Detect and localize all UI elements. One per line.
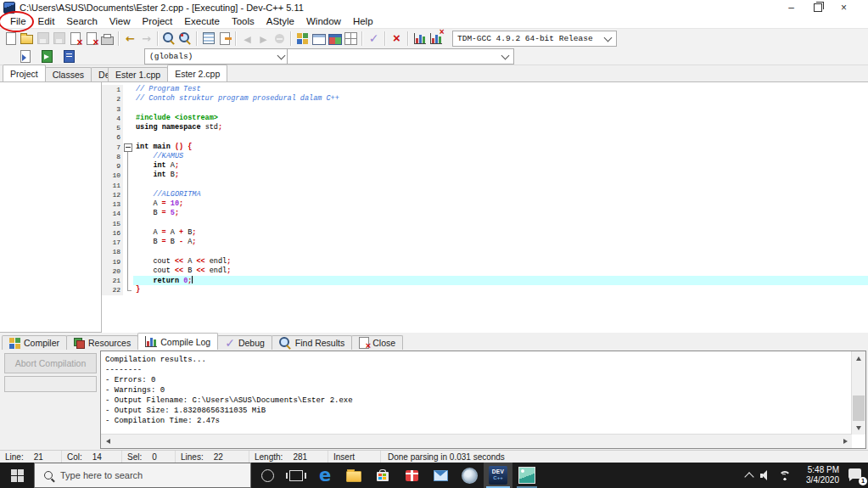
code-text: //KAMUS: [133, 152, 868, 161]
browser-icon: [462, 468, 478, 484]
rebuild-all-button[interactable]: [343, 31, 359, 47]
menu-item-window[interactable]: Window: [300, 15, 347, 28]
line-number: 4: [102, 114, 123, 123]
scroll-up-button[interactable]: [852, 351, 865, 365]
goto-declaration-button[interactable]: [17, 48, 33, 65]
class-browser-button[interactable]: [61, 48, 77, 65]
taskbar-clock[interactable]: 5:48 PM 3/4/2020: [798, 465, 839, 486]
menu-item-edit[interactable]: Edit: [32, 15, 61, 28]
undo-button[interactable]: [122, 31, 138, 47]
tray-volume-button[interactable]: [760, 470, 771, 480]
code-line: 11: [102, 181, 868, 190]
minimize-button[interactable]: –: [778, 0, 804, 15]
menu-item-search[interactable]: Search: [60, 15, 103, 28]
menu-item-tools[interactable]: Tools: [226, 15, 260, 28]
print-button[interactable]: [99, 31, 115, 47]
code-line: 20 cout << B << endl;: [102, 266, 868, 276]
taskbar-search-input[interactable]: Type here to search: [34, 463, 251, 488]
file-tab-ester-1-cpp[interactable]: Ester 1.cpp: [108, 67, 168, 81]
tray-chevron-up-button[interactable]: [746, 471, 753, 480]
scrollbar-thumb[interactable]: [853, 395, 865, 421]
taskbar-app-photos[interactable]: [512, 463, 541, 488]
abort-button[interactable]: [389, 31, 405, 47]
status-col: Col:14: [62, 451, 122, 463]
close-file-button[interactable]: [67, 31, 83, 47]
vertical-scrollbar[interactable]: [851, 351, 865, 435]
taskbar-app-mail[interactable]: [426, 463, 455, 488]
taskbar-app-store[interactable]: [368, 463, 397, 488]
close-button[interactable]: ×: [831, 0, 857, 15]
save-button[interactable]: [35, 31, 51, 47]
bottom-tab-compiler[interactable]: Compiler: [2, 335, 67, 350]
open-file-button[interactable]: [19, 31, 35, 47]
compile-and-run-button[interactable]: [327, 31, 343, 47]
taskbar-app-gift[interactable]: [397, 463, 426, 488]
panel-tab-project[interactable]: Project: [3, 65, 46, 81]
network-icon: [779, 471, 791, 480]
code-line: 4#include <iostream>: [102, 114, 868, 123]
bottom-tab-compile-log[interactable]: Compile Log: [137, 333, 218, 350]
compiler-select[interactable]: TDM-GCC 4.9.2 64-bit Release: [452, 31, 617, 47]
fold-margin: [123, 132, 133, 142]
bottom-tab-resources[interactable]: Resources: [66, 335, 138, 350]
profile-button[interactable]: [412, 31, 428, 47]
project-tree[interactable]: [0, 81, 102, 333]
run-button[interactable]: [311, 31, 327, 47]
taskbar-app-cortana[interactable]: [253, 463, 282, 488]
taskbar-app-task-view[interactable]: [282, 463, 311, 488]
bottom-tab-find-results[interactable]: Find Results: [272, 335, 352, 350]
taskbar-app-browser[interactable]: [455, 463, 484, 488]
forward-button[interactable]: [255, 31, 272, 47]
panel-tab-classes[interactable]: Classes: [45, 67, 92, 81]
menu-item-astyle[interactable]: AStyle: [260, 15, 300, 28]
redo-button[interactable]: [138, 31, 154, 47]
fold-collapse-icon[interactable]: [124, 143, 132, 152]
globals-select[interactable]: (globals): [144, 48, 290, 65]
compile-button[interactable]: [294, 31, 311, 47]
bottom-tab-debug[interactable]: Debug: [217, 335, 272, 350]
back-button[interactable]: [239, 31, 255, 47]
goto-implementation-button[interactable]: [39, 48, 55, 65]
compile-log-output[interactable]: Compilation results...--------- Errors: …: [100, 351, 866, 449]
delete-profiling-button[interactable]: [428, 31, 444, 47]
taskbar-app-file-explorer[interactable]: [339, 463, 368, 488]
goto-line-button[interactable]: [200, 31, 216, 47]
notification-icon: [848, 468, 861, 479]
replace-button[interactable]: [177, 31, 193, 47]
taskbar-app-edge[interactable]: [311, 463, 339, 488]
file-tab-ester-2-cpp[interactable]: Ester 2.cpp: [167, 65, 227, 81]
code-line: 8 //KAMUS: [102, 152, 868, 161]
code-text: [133, 219, 868, 228]
new-file-button[interactable]: [3, 31, 19, 47]
undo-icon: [126, 31, 135, 46]
save-all-button[interactable]: [51, 31, 67, 47]
debug-check-button[interactable]: [366, 31, 382, 47]
file-explorer-icon: [346, 471, 361, 482]
start-button[interactable]: [0, 463, 34, 488]
notification-center-button[interactable]: 1: [847, 468, 865, 483]
menu-item-help[interactable]: Help: [347, 15, 379, 28]
stop-execution-button[interactable]: [272, 31, 288, 47]
find-button[interactable]: [161, 31, 177, 47]
members-select[interactable]: [287, 48, 514, 65]
scroll-down-button[interactable]: [852, 421, 865, 435]
menu-item-execute[interactable]: Execute: [178, 15, 226, 28]
restore-button[interactable]: [804, 0, 831, 15]
scroll-left-button[interactable]: [101, 435, 115, 448]
profile-icon: [414, 33, 426, 44]
menu-item-file[interactable]: File: [4, 15, 32, 28]
horizontal-scrollbar[interactable]: [101, 434, 852, 448]
close-all-button[interactable]: [83, 31, 99, 47]
open-file-icon: [20, 35, 33, 44]
fold-margin: [123, 85, 133, 94]
title-bar: C:\Users\ASUS\Documents\Ester 2.cpp - [E…: [0, 0, 868, 15]
scroll-right-button[interactable]: [838, 435, 852, 448]
code-editor[interactable]: 1// Program Test2// Contoh struktur prog…: [102, 81, 868, 333]
swap-header-source-button[interactable]: [216, 31, 232, 47]
tray-network-button[interactable]: [779, 471, 791, 480]
menu-item-project[interactable]: Project: [137, 15, 179, 28]
line-number: 2: [102, 94, 123, 104]
menu-item-view[interactable]: View: [104, 15, 137, 28]
bottom-tab-close[interactable]: Close: [351, 335, 403, 350]
taskbar-app-devcpp[interactable]: [484, 463, 512, 488]
